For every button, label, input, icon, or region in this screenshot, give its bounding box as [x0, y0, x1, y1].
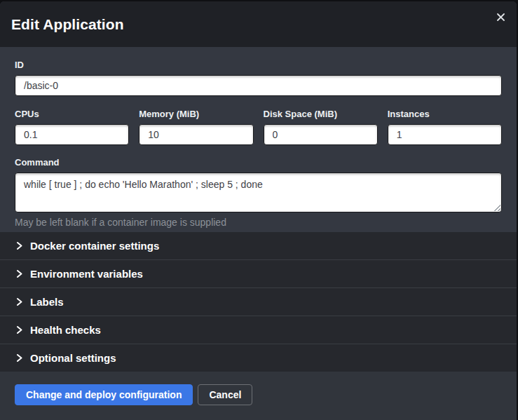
disk-field: Disk Space (MiB)	[264, 109, 378, 145]
cancel-button[interactable]: Cancel	[198, 384, 252, 405]
section-environment-variables[interactable]: Environment variables	[0, 259, 517, 287]
chevron-right-icon	[15, 325, 24, 334]
collapsible-sections: Docker container settings Environment va…	[0, 232, 517, 372]
disk-label: Disk Space (MiB)	[264, 109, 378, 118]
command-label: Command	[15, 158, 502, 167]
instances-label: Instances	[388, 109, 502, 118]
edit-application-modal: Edit Application ID CPUs Memory (MiB) Di…	[0, 1, 517, 420]
section-health-checks[interactable]: Health checks	[0, 316, 517, 344]
close-icon	[497, 13, 505, 21]
section-label: Docker container settings	[30, 240, 159, 252]
chevron-right-icon	[15, 297, 24, 306]
memory-input[interactable]	[139, 124, 253, 145]
modal-body: ID CPUs Memory (MiB) Disk Space (MiB) In…	[0, 47, 517, 232]
section-docker-container-settings[interactable]: Docker container settings	[0, 232, 517, 259]
modal-header: Edit Application	[0, 1, 517, 47]
memory-field: Memory (MiB)	[139, 109, 253, 145]
id-input[interactable]	[15, 75, 502, 96]
instances-field: Instances	[388, 109, 502, 145]
memory-label: Memory (MiB)	[139, 109, 253, 118]
section-optional-settings[interactable]: Optional settings	[0, 344, 517, 372]
cpus-label: CPUs	[15, 109, 129, 118]
chevron-right-icon	[15, 241, 24, 250]
id-label: ID	[15, 60, 502, 69]
section-label: Labels	[30, 296, 64, 308]
section-label: Health checks	[30, 324, 101, 336]
close-button[interactable]	[494, 11, 507, 23]
command-textarea-wrap: while [ true ] ; do echo 'Hello Marathon…	[15, 172, 502, 212]
resources-row: CPUs Memory (MiB) Disk Space (MiB) Insta…	[15, 109, 502, 145]
modal-footer: Change and deploy configuration Cancel	[0, 372, 517, 420]
cpus-field: CPUs	[15, 109, 129, 145]
disk-input[interactable]	[264, 124, 378, 145]
command-help-text: May be left blank if a container image i…	[15, 217, 502, 228]
section-labels[interactable]: Labels	[0, 287, 517, 316]
change-and-deploy-button[interactable]: Change and deploy configuration	[15, 384, 193, 405]
section-label: Environment variables	[30, 268, 143, 280]
instances-input[interactable]	[388, 124, 502, 145]
command-textarea[interactable]: while [ true ] ; do echo 'Hello Marathon…	[15, 172, 502, 212]
chevron-right-icon	[15, 353, 24, 363]
modal-title: Edit Application	[11, 16, 124, 33]
section-label: Optional settings	[30, 352, 116, 364]
cpus-input[interactable]	[15, 124, 129, 145]
chevron-right-icon	[15, 269, 24, 278]
